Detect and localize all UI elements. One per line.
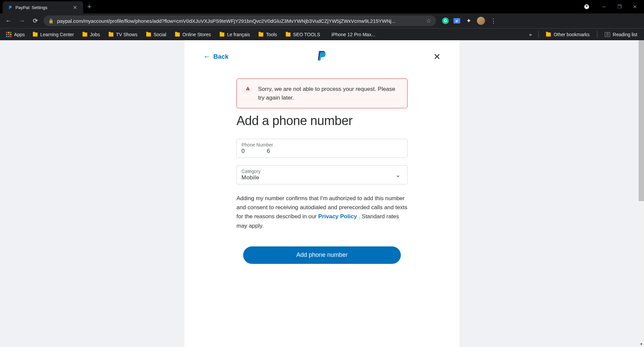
minimize-button[interactable]: ─ xyxy=(598,4,610,9)
close-tab-icon[interactable]: ✕ xyxy=(71,4,78,11)
phone-number-label: Phone Number xyxy=(241,142,402,148)
url-bar-row: ← → ⟳ 🔒 paypal.com/myaccount/profile/flo… xyxy=(0,13,644,28)
bookmark-tools[interactable]: Tools xyxy=(255,31,280,39)
star-icon[interactable]: ☆ xyxy=(426,17,431,24)
folder-icon xyxy=(259,33,263,37)
scrollbar[interactable]: ▲ ▼ xyxy=(639,40,644,347)
profile-avatar[interactable] xyxy=(477,17,485,25)
folder-icon xyxy=(546,33,551,37)
page-container: ← Back ✕ ▲! Sorry, we are not able to pr… xyxy=(184,40,460,347)
category-label: Category xyxy=(241,169,402,174)
browser-menu-icon[interactable]: ⋮ xyxy=(490,17,497,24)
folder-icon xyxy=(175,33,180,37)
lock-icon: 🔒 xyxy=(48,18,54,23)
close-dialog-button[interactable]: ✕ xyxy=(433,52,441,62)
grammarly-icon[interactable]: G xyxy=(442,17,449,24)
back-button[interactable]: ← Back xyxy=(203,52,228,61)
separator xyxy=(538,31,539,38)
bookmark-iphone[interactable]: iPhone 12 Pro Max... xyxy=(325,31,379,39)
translate-icon[interactable]: aⁱ xyxy=(453,18,460,23)
phone-number-field[interactable]: Phone Number xyxy=(236,139,408,158)
back-nav-button[interactable]: ← xyxy=(3,17,13,24)
add-phone-button[interactable]: Add phone number xyxy=(243,246,401,264)
scroll-down-arrow[interactable]: ▼ xyxy=(639,342,644,347)
folder-icon xyxy=(33,33,38,37)
separator xyxy=(597,31,597,38)
bookmark-jobs[interactable]: Jobs xyxy=(79,31,103,39)
paypal-favicon xyxy=(7,5,13,10)
form-content: ▲! Sorry, we are not able to process you… xyxy=(236,78,408,264)
error-alert: ▲! Sorry, we are not able to process you… xyxy=(236,78,408,108)
reading-list[interactable]: Reading list xyxy=(601,31,641,39)
apps-grid-icon xyxy=(6,32,11,37)
page-viewport: ← Back ✕ ▲! Sorry, we are not able to pr… xyxy=(0,40,644,347)
folder-icon xyxy=(220,33,224,37)
alert-message: Sorry, we are not able to process your r… xyxy=(258,85,399,102)
page-header: ← Back ✕ xyxy=(203,48,441,65)
address-bar[interactable]: 🔒 paypal.com/myaccount/profile/flow/phon… xyxy=(44,15,436,26)
other-bookmarks[interactable]: Other bookmarks xyxy=(543,31,593,39)
warning-icon: ▲! xyxy=(245,85,252,102)
bookmark-tv-shows[interactable]: TV Shows xyxy=(105,31,141,39)
tab-bar: PayPal: Settings ✕ + ─ ❐ ✕ xyxy=(0,0,644,13)
chevron-down-icon: ⌄ xyxy=(395,171,400,179)
folder-icon xyxy=(146,33,151,37)
reading-list-icon xyxy=(605,32,610,37)
scroll-thumb[interactable] xyxy=(639,40,644,201)
extension-indicator-icon[interactable] xyxy=(584,4,589,9)
bookmark-social[interactable]: Social xyxy=(143,31,170,39)
bookmark-overflow-button[interactable]: » xyxy=(527,32,535,37)
back-label: Back xyxy=(213,53,228,60)
phone-number-input[interactable] xyxy=(241,148,402,155)
bookmark-learning-center[interactable]: Learning Center xyxy=(30,31,77,39)
bookmark-le-francais[interactable]: Le français xyxy=(216,31,253,39)
category-value: Mobile xyxy=(241,174,402,181)
folder-icon xyxy=(286,33,290,37)
bookmarks-bar: Apps Learning Center Jobs TV Shows Socia… xyxy=(0,28,644,40)
forward-nav-button[interactable]: → xyxy=(17,17,27,24)
apps-button[interactable]: Apps xyxy=(3,31,28,39)
folder-icon xyxy=(83,33,87,37)
tab-title: PayPal: Settings xyxy=(15,5,69,10)
url-text: paypal.com/myaccount/profile/flow/phones… xyxy=(57,18,423,24)
extensions-icon[interactable]: ✦ xyxy=(465,17,472,24)
window-controls: ─ ❐ ✕ xyxy=(584,4,641,9)
page-title: Add a phone number xyxy=(236,114,408,128)
new-tab-button[interactable]: + xyxy=(87,2,92,11)
disclaimer-text: Adding my number confirms that I'm autho… xyxy=(236,194,408,230)
bookmark-seo-tools[interactable]: SEO TOOLS xyxy=(282,31,323,39)
bookmark-online-stores[interactable]: Online Stores xyxy=(172,31,214,39)
browser-tab[interactable]: PayPal: Settings ✕ xyxy=(3,1,83,13)
extension-icons: G aⁱ ✦ ⋮ xyxy=(442,17,497,25)
folder-icon xyxy=(109,33,113,37)
reload-button[interactable]: ⟳ xyxy=(30,17,40,24)
privacy-policy-link[interactable]: Privacy Policy xyxy=(318,213,357,220)
close-window-button[interactable]: ✕ xyxy=(629,4,641,9)
category-field[interactable]: Category Mobile ⌄ xyxy=(236,165,408,184)
back-arrow-icon: ← xyxy=(203,52,211,61)
paypal-logo xyxy=(317,50,327,63)
maximize-button[interactable]: ❐ xyxy=(613,4,626,9)
browser-chrome: PayPal: Settings ✕ + ─ ❐ ✕ ← → ⟳ 🔒 paypa… xyxy=(0,0,644,40)
